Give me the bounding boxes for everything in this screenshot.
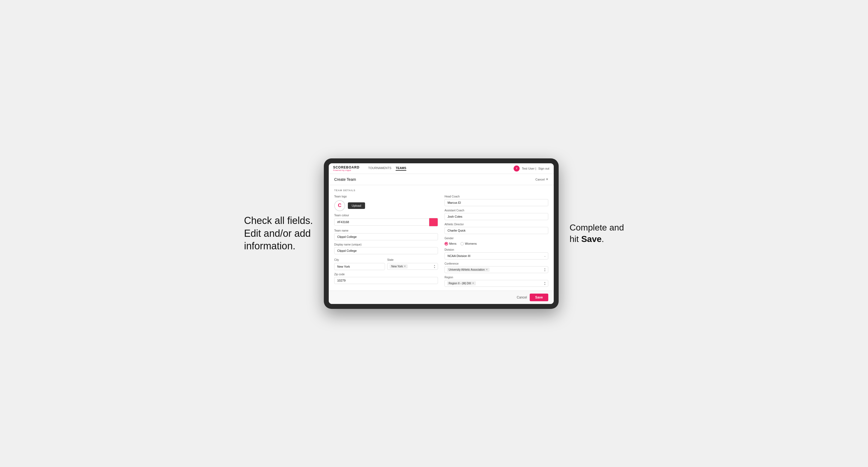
annotation-line3: information. [244,240,296,251]
close-button[interactable]: Cancel ✕ [535,178,548,181]
head-coach-group: Head Coach [444,195,548,206]
assistant-coach-label: Assistant Coach [444,209,548,212]
user-avatar: T [514,165,520,172]
team-colour-label: Team colour [334,214,438,217]
nav-right: T Test User | Sign out [514,165,549,172]
right-annotation-line1: Complete and [569,223,624,232]
logo-upload-area: C Upload [334,200,438,211]
gender-mens-option[interactable]: Mens [444,242,457,246]
assistant-coach-group: Assistant Coach [444,209,548,220]
left-annotation: Check all fields. Edit and/or add inform… [244,214,313,253]
user-name: Test User | [522,167,536,170]
color-input-wrapper [334,218,438,226]
display-name-group: Display name (unique) [334,243,438,254]
team-name-group: Team name [334,229,438,240]
state-label: State [387,258,394,261]
zip-label: Zip code [334,273,438,276]
city-input[interactable] [334,263,385,270]
division-group: Division NCAA Division III NCAA Division… [444,248,548,259]
right-annotation: Complete and hit Save. [569,222,624,245]
state-select[interactable]: New York ✕ ▲ ▼ [387,263,438,270]
region-label: Region [444,276,548,279]
gender-group: Gender Mens Womens [444,237,548,246]
close-icon: ✕ [546,178,548,181]
region-tag-close[interactable]: ✕ [472,282,474,285]
display-name-label: Display name (unique) [334,243,438,246]
color-swatch[interactable] [429,218,438,226]
conference-group: Conference University Athletic Associati… [444,262,548,273]
right-annotation-line2: hit [569,234,581,244]
gender-label: Gender [444,237,548,240]
athletic-director-input[interactable] [444,227,548,234]
conference-tag: University Athletic Association ✕ [447,268,490,272]
conference-select[interactable]: University Athletic Association ✕ ▲ ▼ [444,266,548,273]
conference-chevrons: ▲ ▼ [544,268,546,272]
team-name-input[interactable] [334,233,438,240]
gender-radio-group: Mens Womens [444,242,548,246]
form-grid: Team logo C Upload Team colour [334,195,548,287]
state-tag: New York ✕ [390,264,408,269]
region-chevrons: ▲ ▼ [544,281,546,285]
zip-input[interactable] [334,277,438,284]
region-tag: Region II - (M) DIII ✕ [447,281,476,285]
display-name-input[interactable] [334,247,438,254]
division-label: Division [444,248,548,251]
conference-tag-close[interactable]: ✕ [486,268,488,271]
region-select[interactable]: Region II - (M) DIII ✕ ▲ ▼ [444,280,548,287]
right-annotation-line3: . [601,234,604,244]
navbar: SCOREBOARD Powered by clippd TOURNAMENTS… [329,163,554,174]
division-select[interactable]: NCAA Division III NCAA Division II NCAA … [444,252,548,259]
city-label: City [334,258,339,261]
athletic-director-label: Athletic Director [444,223,548,226]
gender-womens-label: Womens [465,242,477,245]
athletic-director-group: Athletic Director [444,223,548,234]
nav-links: TOURNAMENTS TEAMS [368,166,508,171]
head-coach-input[interactable] [444,199,548,206]
logo-circle: C [334,200,345,211]
team-name-label: Team name [334,229,438,232]
page-header: Create Team Cancel ✕ [329,174,554,185]
logo-text: SCOREBOARD [333,165,360,169]
team-logo-label: Team logo [334,195,438,198]
city-group: City [334,257,385,270]
head-coach-label: Head Coach [444,195,548,198]
state-chevrons: ▲ ▼ [434,264,435,269]
tablet-frame: SCOREBOARD Powered by clippd TOURNAMENTS… [324,158,559,309]
upload-button[interactable]: Upload [348,203,365,209]
annotation-line1: Check all fields. [244,215,313,226]
form-footer: Cancel Save [329,290,554,304]
page-title: Create Team [334,177,356,182]
tablet-screen: SCOREBOARD Powered by clippd TOURNAMENTS… [329,163,554,304]
team-colour-group: Team colour [334,214,438,226]
nav-teams[interactable]: TEAMS [396,166,406,171]
logo-area: SCOREBOARD Powered by clippd [333,165,360,171]
right-annotation-bold: Save [581,234,602,244]
gender-womens-option[interactable]: Womens [460,242,477,246]
division-select-wrapper: NCAA Division III NCAA Division II NCAA … [444,252,548,259]
gender-womens-radio[interactable] [460,242,464,246]
save-button[interactable]: Save [530,293,548,301]
cancel-button[interactable]: Cancel [517,295,527,299]
right-column: Head Coach Assistant Coach Athletic Dire… [444,195,548,287]
city-state-group: City State New York ✕ [334,257,438,270]
sign-out-link[interactable]: Sign out [538,167,549,170]
state-group: State New York ✕ ▲ ▼ [387,257,438,270]
zip-group: Zip code [334,273,438,284]
gender-mens-label: Mens [449,242,457,245]
left-column: Team logo C Upload Team colour [334,195,438,287]
form-section: TEAM DETAILS Team logo C Upload [329,185,554,290]
section-title: TEAM DETAILS [334,189,548,192]
annotation-line2: Edit and/or add [244,228,311,239]
city-state-row: City State New York ✕ [334,257,438,270]
region-group: Region Region II - (M) DIII ✕ ▲ ▼ [444,276,548,287]
conference-label: Conference [444,262,548,265]
cancel-label: Cancel [535,178,545,181]
state-tag-close[interactable]: ✕ [404,265,406,268]
logo-sub: Powered by clippd [333,169,360,171]
team-logo-group: Team logo C Upload [334,195,438,211]
gender-mens-radio[interactable] [444,242,448,246]
assistant-coach-input[interactable] [444,213,548,220]
nav-tournaments[interactable]: TOURNAMENTS [368,166,392,171]
team-colour-input[interactable] [334,218,429,225]
